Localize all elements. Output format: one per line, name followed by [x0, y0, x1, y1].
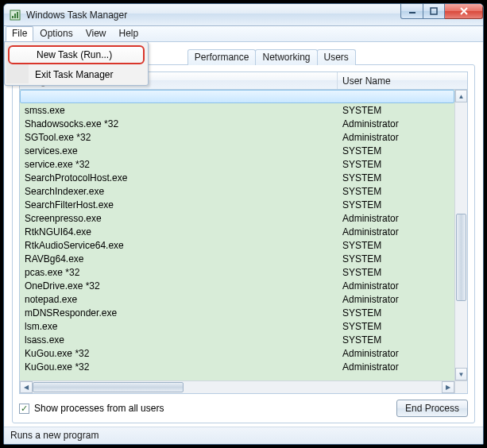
tab-users[interactable]: Users [317, 49, 356, 65]
cell-user-name: Administrator [338, 294, 399, 305]
titlebar[interactable]: Windows Task Manager [4, 4, 483, 26]
scroll-right-button[interactable]: ▶ [442, 381, 454, 393]
hscroll-track[interactable] [33, 381, 442, 393]
status-text: Runs a new program [10, 430, 99, 441]
client-area: New Task (Run...) Exit Task Manager Appl… [4, 42, 483, 427]
tab-performance[interactable]: Performance [187, 49, 257, 65]
scroll-thumb[interactable] [456, 214, 466, 301]
scroll-up-button[interactable]: ▲ [455, 90, 467, 102]
table-row[interactable]: lsm.exeSYSTEM [20, 319, 454, 333]
table-row[interactable]: mDNSResponder.exeSYSTEM [20, 306, 454, 319]
cell-user-name: Administrator [338, 280, 399, 292]
menu-file[interactable]: File [6, 26, 33, 41]
table-row[interactable]: lsass.exeSYSTEM [20, 333, 454, 346]
table-row[interactable]: notepad.exeAdministrator [20, 292, 454, 306]
column-label: User Name [342, 75, 391, 87]
table-row[interactable]: smss.exeSYSTEM [20, 103, 454, 117]
minimize-button[interactable] [400, 4, 423, 19]
cell-user-name: SYSTEM [338, 105, 381, 116]
cell-user-name: Administrator [338, 213, 399, 224]
tab-panel: Applications Processes Services Performa… [12, 64, 475, 423]
tab-networking[interactable]: Networking [255, 49, 317, 65]
svg-rect-5 [431, 8, 437, 14]
menu-item-exit[interactable]: Exit Task Manager [6, 66, 146, 83]
table-row[interactable]: Shadowsocks.exe *32Administrator [20, 117, 454, 130]
cell-image-name: SearchFilterHost.exe [20, 199, 338, 210]
checkbox-icon: ✓ [19, 404, 29, 414]
cell-user-name: SYSTEM [338, 159, 381, 170]
file-menu-dropdown: New Task (Run...) Exit Task Manager [4, 41, 149, 86]
table-row[interactable]: SearchProtocolHost.exeSYSTEM [20, 171, 454, 184]
cell-user-name: SYSTEM [338, 253, 381, 265]
app-icon [9, 9, 21, 21]
table-row[interactable]: OneDrive.exe *32Administrator [20, 279, 454, 292]
table-row[interactable] [20, 90, 454, 103]
menu-item-label: Exit Task Manager [35, 69, 114, 80]
menu-item-new-task[interactable]: New Task (Run...) [8, 45, 145, 64]
table-row[interactable]: SGTool.exe *32Administrator [20, 130, 454, 144]
column-user-name[interactable]: User Name [338, 75, 467, 87]
task-manager-window: Windows Task Manager File Options View H… [3, 3, 484, 445]
hscroll-thumb[interactable] [33, 382, 184, 392]
maximize-button[interactable] [423, 4, 445, 19]
table-row[interactable]: RtkAudioService64.exeSYSTEM [20, 238, 454, 252]
cell-user-name: Administrator [338, 132, 399, 143]
process-listview[interactable]: Image Name ▼ User Name smss.exeSYSTEMSha… [19, 71, 468, 394]
cell-image-name: RtkNGUI64.exe [20, 226, 338, 238]
cell-image-name: OneDrive.exe *32 [20, 280, 338, 292]
cell-image-name: SearchProtocolHost.exe [20, 172, 338, 183]
cell-image-name: KuGou.exe *32 [20, 348, 338, 359]
cell-user-name: Administrator [338, 226, 399, 238]
vertical-scrollbar[interactable]: ▲ ▼ [454, 90, 467, 380]
cell-user-name: SYSTEM [338, 307, 381, 319]
menu-help[interactable]: Help [113, 26, 145, 41]
cell-image-name: Shadowsocks.exe *32 [20, 118, 338, 129]
menu-options[interactable]: Options [33, 26, 79, 41]
svg-rect-1 [12, 16, 14, 18]
cell-image-name: SearchIndexer.exe [20, 186, 338, 197]
scroll-corner [454, 380, 467, 393]
table-row[interactable]: SearchFilterHost.exeSYSTEM [20, 198, 454, 211]
checkbox-label: Show processes from all users [34, 403, 164, 414]
table-row[interactable]: KuGou.exe *32Administrator [20, 346, 454, 360]
cell-user-name: SYSTEM [338, 186, 381, 197]
cell-image-name: pcas.exe *32 [20, 267, 338, 278]
button-label: End Process [405, 403, 459, 414]
window-title: Windows Task Manager [26, 10, 127, 21]
cell-user-name: SYSTEM [338, 172, 381, 183]
scroll-track[interactable] [455, 102, 467, 368]
end-process-button[interactable]: End Process [396, 400, 468, 417]
cell-image-name: service.exe *32 [20, 159, 338, 170]
cell-image-name: KuGou.exe *32 [20, 361, 338, 373]
cell-image-name: smss.exe [20, 105, 338, 116]
cell-image-name: RAVBg64.exe [20, 253, 338, 265]
menu-view[interactable]: View [79, 26, 113, 41]
svg-rect-4 [409, 12, 415, 14]
table-row[interactable]: KuGou.exe *32Administrator [20, 360, 454, 373]
table-row[interactable]: SearchIndexer.exeSYSTEM [20, 184, 454, 198]
table-row[interactable]: Screenpresso.exeAdministrator [20, 211, 454, 225]
scroll-down-button[interactable]: ▼ [455, 368, 467, 380]
cell-user-name: Administrator [338, 348, 399, 359]
table-row[interactable]: RtkNGUI64.exeAdministrator [20, 225, 454, 238]
close-button[interactable] [445, 4, 483, 19]
table-row[interactable]: RAVBg64.exeSYSTEM [20, 252, 454, 265]
horizontal-scrollbar[interactable]: ◀ ▶ [20, 380, 454, 393]
cell-user-name: Administrator [338, 118, 399, 129]
cell-user-name: Administrator [338, 361, 399, 373]
menu-item-label: New Task (Run...) [37, 49, 112, 60]
cell-user-name: SYSTEM [338, 334, 381, 346]
cell-user-name: SYSTEM [338, 145, 381, 156]
menubar: File Options View Help [4, 26, 483, 42]
scroll-left-button[interactable]: ◀ [20, 381, 33, 393]
cell-image-name: notepad.exe [20, 294, 338, 305]
show-all-users-checkbox[interactable]: ✓ Show processes from all users [19, 403, 164, 414]
table-row[interactable]: service.exe *32SYSTEM [20, 157, 454, 171]
svg-rect-2 [14, 14, 16, 18]
cell-user-name: SYSTEM [338, 240, 381, 251]
cell-image-name: SGTool.exe *32 [20, 132, 338, 143]
cell-image-name: services.exe [20, 145, 338, 156]
table-row[interactable]: pcas.exe *32SYSTEM [20, 265, 454, 279]
table-row[interactable]: services.exeSYSTEM [20, 144, 454, 157]
cell-user-name: SYSTEM [338, 267, 381, 278]
